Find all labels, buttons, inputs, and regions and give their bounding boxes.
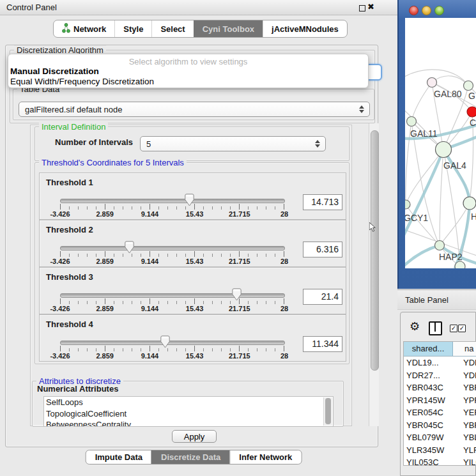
tab-cyni-toolbox[interactable]: Cyni Toolbox — [194, 20, 263, 37]
zoom-traffic-light-icon[interactable] — [434, 6, 444, 15]
cell-shared-name: YBR043C — [406, 383, 443, 392]
slider-track[interactable] — [60, 199, 285, 203]
attribute-item-betweennesscentrality[interactable]: BetweennessCentrality — [44, 419, 333, 427]
node-table[interactable]: shared... na YDL19...YDL1YDR27...YDR2YBR… — [403, 341, 476, 466]
tick-label: 28 — [280, 352, 288, 360]
tick-label: 21.715 — [229, 352, 250, 360]
threshold-label: Threshold 1 — [46, 178, 93, 187]
network-canvas[interactable]: GAL80GCGAL11GAL4GCY1HHAP2 — [405, 18, 476, 268]
threshold-value-field[interactable]: 6.316 — [303, 242, 342, 257]
dropdown-option-manual-discretization[interactable]: Manual Discretization — [10, 66, 366, 77]
slider-track[interactable] — [60, 246, 285, 250]
dropdown-option-equal-width-frequency-discretization[interactable]: Equal Width/Frequency Discretization — [10, 77, 366, 87]
minimize-traffic-light-icon[interactable] — [422, 6, 431, 15]
tab-impute-data[interactable]: Impute Data — [86, 450, 151, 464]
network-node[interactable] — [455, 261, 465, 268]
node-label-c: C — [470, 118, 476, 128]
slider-track[interactable] — [60, 293, 285, 298]
network-view-window: GAL80GCGAL11GAL4GCY1HHAP2 — [397, 0, 476, 289]
network-node[interactable] — [436, 142, 452, 158]
slider-track[interactable] — [60, 341, 285, 345]
cell-shared-name: YBL079W — [406, 433, 444, 442]
table-row[interactable]: YDL19...YDL1 — [404, 357, 476, 369]
apply-button[interactable]: Apply — [172, 430, 217, 443]
cell-name: YPR1 — [463, 395, 476, 405]
attributes-scrollbar-thumb[interactable] — [325, 398, 331, 424]
cell-name: YBR0 — [463, 420, 476, 430]
number-of-intervals-select[interactable]: 5 — [140, 136, 326, 151]
network-node[interactable] — [405, 200, 410, 209]
network-node[interactable] — [463, 197, 476, 210]
cell-name: YDR2 — [463, 371, 476, 380]
close-traffic-light-icon[interactable] — [409, 6, 418, 15]
table-data-value: galFiltered.sif default node — [25, 105, 122, 114]
node-label-gal11: GAL11 — [410, 128, 438, 139]
tab-jactivemnodules[interactable]: jActiveMNodules — [263, 20, 347, 37]
cell-shared-name: YPR145W — [406, 395, 445, 405]
right-region: GAL80GCGAL11GAL4GCY1HHAP2 Table Panel ⚙ … — [397, 0, 476, 476]
threshold-slider[interactable]: -3.4262.8599.14415.4321.71528 — [60, 332, 284, 359]
table-data-select[interactable]: galFiltered.sif default node — [19, 102, 370, 117]
panel-scrollbar[interactable] — [369, 123, 379, 426]
network-node[interactable] — [407, 117, 417, 127]
tick-label: 2.859 — [96, 210, 114, 218]
threshold-value-field[interactable]: 14.713 — [303, 194, 342, 210]
tab-label: Discretize Data — [161, 452, 220, 462]
table-row[interactable]: YDR27...YDR2 — [404, 369, 476, 382]
tab-discretize-data[interactable]: Discretize Data — [151, 450, 229, 464]
tick-label: -3.426 — [50, 305, 70, 312]
cell-shared-name: YLR345W — [406, 445, 444, 455]
network-node[interactable] — [427, 78, 437, 88]
split-view-icon[interactable] — [429, 321, 442, 335]
float-window-icon[interactable] — [359, 5, 365, 12]
cell-name: YLR3 — [463, 445, 476, 455]
slider-ticks — [60, 251, 284, 257]
node-label-gal4: GAL4 — [443, 160, 466, 171]
attribute-item-selfloops[interactable]: SelfLoops — [44, 397, 333, 408]
attributes-scrollbar[interactable] — [323, 397, 332, 426]
cell-name: YDL1 — [463, 358, 476, 367]
tab-infer-network[interactable]: Infer Network — [229, 450, 301, 464]
close-icon[interactable]: ✖ — [367, 2, 374, 12]
table-row[interactable]: YBR043CYBR0 — [404, 381, 476, 394]
column-header-name[interactable]: na — [453, 342, 476, 356]
threshold-slider[interactable]: -3.4262.8599.14415.4321.71528 — [60, 190, 284, 217]
threshold-slider[interactable]: -3.4262.8599.14415.4321.71528 — [60, 238, 284, 265]
tab-select[interactable]: Select — [151, 20, 193, 37]
slider-thumb[interactable] — [185, 194, 194, 206]
tick-label: -3.426 — [50, 352, 70, 360]
threshold-value-field[interactable]: 21.4 — [303, 289, 342, 305]
checkbox-icon[interactable]: ✓ — [458, 325, 466, 332]
table-settings-gear-icon[interactable]: ⚙ — [410, 319, 420, 333]
slider-thumb[interactable] — [160, 335, 170, 348]
numerical-attributes-list[interactable]: SelfLoopsTopologicalCoefficientBetweenne… — [43, 396, 334, 427]
table-row[interactable]: YIL053CYIL0 — [404, 456, 476, 466]
network-node[interactable] — [464, 81, 473, 91]
slider-thumb[interactable] — [232, 288, 242, 301]
network-node[interactable] — [435, 241, 445, 250]
table-row[interactable]: YLR345WYLR3 — [404, 444, 476, 457]
tick-label: 9.144 — [141, 257, 159, 265]
tick-label: 2.859 — [96, 305, 114, 312]
table-data-group: Table Data galFiltered.sif default node — [13, 89, 374, 120]
tick-label: 2.859 — [96, 257, 114, 265]
panel-scrollbar-thumb[interactable] — [371, 130, 379, 371]
threshold-value-field[interactable]: 11.344 — [303, 336, 342, 352]
cell-name: YIL0 — [463, 457, 476, 466]
attribute-item-topologicalcoefficient[interactable]: TopologicalCoefficient — [44, 408, 333, 420]
tick-label: 21.715 — [229, 257, 250, 265]
network-node[interactable] — [467, 107, 476, 117]
checkbox-icon[interactable]: ✓ — [450, 325, 457, 332]
table-row[interactable]: YER054CYER0 — [404, 406, 476, 419]
panel-title: Control Panel — [6, 3, 57, 12]
table-row[interactable]: YBL079WYBL0 — [404, 431, 476, 444]
tab-network[interactable]: Network — [54, 20, 114, 37]
slider-thumb[interactable] — [125, 241, 134, 254]
table-row[interactable]: YBR045CYBR0 — [404, 419, 476, 432]
attributes-group: Attributes to discretize Numerical Attri… — [32, 381, 344, 427]
column-header-shared-name[interactable]: shared... — [404, 342, 453, 356]
table-row[interactable]: YPR145WYPR1 — [404, 394, 476, 407]
threshold-slider[interactable]: -3.4262.8599.14415.4321.71528 — [60, 285, 284, 312]
tab-style[interactable]: Style — [114, 20, 151, 37]
cell-shared-name: YDL19... — [406, 358, 439, 367]
